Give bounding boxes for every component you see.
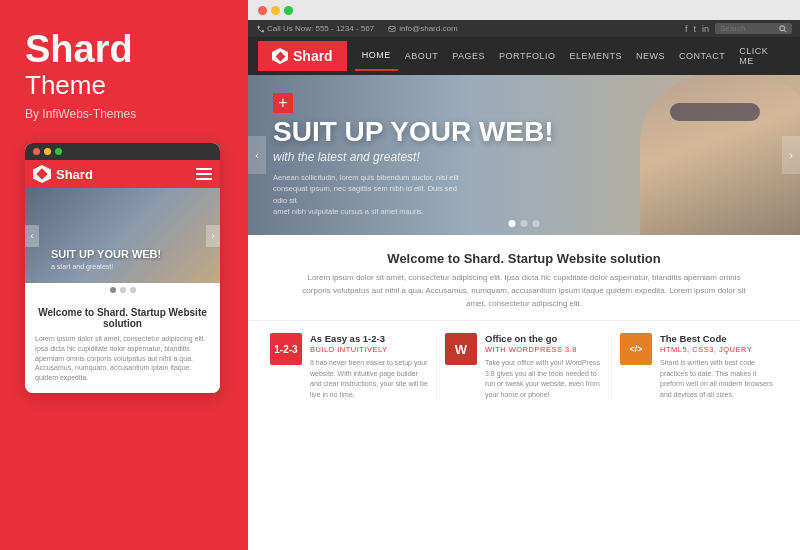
mobile-welcome-text: Lorem ipsum dolor sit amet, consectetur …: [35, 334, 210, 383]
feature-subtitle-2: HTML5, CSS3, JQUERY: [660, 345, 778, 354]
feature-icon-symbol-0: 1-2-3: [274, 344, 297, 355]
logo-diamond: [36, 168, 47, 179]
nav-portfolio[interactable]: PORTFOLIO: [492, 42, 562, 70]
nav-clickme[interactable]: CLICK ME: [732, 37, 790, 75]
feature-desc-2: Shard is written with best code practice…: [660, 358, 778, 400]
site-navigation: Shard HOME ABOUT PAGES PORTFOLIO ELEMENT…: [248, 37, 800, 75]
brand-author: By InfiWebs-Themes: [25, 107, 223, 121]
hero-desc-3: amet nibh vulputate cursus a sit amet ma…: [273, 207, 424, 216]
browser-dot-red: [258, 6, 267, 15]
mobile-dot-red: [33, 148, 40, 155]
facebook-icon[interactable]: f: [685, 24, 688, 34]
linkedin-icon[interactable]: in: [702, 24, 709, 34]
feature-text-2: The Best Code HTML5, CSS3, JQUERY Shard …: [660, 333, 778, 400]
email-icon: [388, 25, 396, 33]
nav-pages[interactable]: PAGES: [445, 42, 492, 70]
feature-text-1: Office on the go WITH WORDPRESS 3.8 Take…: [485, 333, 603, 400]
svg-rect-0: [389, 26, 395, 31]
feature-icon-symbol-1: W: [455, 342, 467, 357]
mobile-logo: Shard: [33, 165, 93, 183]
mobile-dot-green: [55, 148, 62, 155]
mobile-top-bar: [25, 143, 220, 160]
hero-subtitle: with the latest and greatest!: [273, 150, 554, 164]
social-links: f t in: [685, 23, 792, 34]
hero-desc-1: Aenean sollicitudin, lorem quis bibendum…: [273, 173, 459, 182]
nav-home[interactable]: HOME: [355, 41, 398, 71]
hero-next-arrow[interactable]: ›: [782, 136, 800, 174]
mobile-hero: ‹ SUIT UP YOUR WEB! a start and greatest…: [25, 188, 220, 283]
welcome-section: Welcome to Shard. Startup Website soluti…: [248, 235, 800, 320]
nav-contact[interactable]: CONTACT: [672, 42, 732, 70]
nav-news[interactable]: NEWS: [629, 42, 672, 70]
brand-subtitle: Theme: [25, 70, 223, 101]
site-hero: ‹ + SUIT UP YOUR WEB! with the latest an…: [248, 75, 800, 235]
hero-plus-icon: +: [273, 93, 293, 113]
feature-title-1: Office on the go: [485, 333, 603, 344]
email-info: info@shard.com: [388, 24, 457, 33]
feature-subtitle-0: BUILD INTUITIVELY: [310, 345, 428, 354]
feature-icon-2: </>: [620, 333, 652, 365]
brand-name: Shard: [25, 30, 223, 68]
site-logo-icon: [272, 48, 288, 64]
hero-description: Aenean sollicitudin, lorem quis bibendum…: [273, 172, 473, 217]
search-input[interactable]: [720, 24, 775, 33]
hero-image: [600, 75, 800, 235]
hamburger-icon[interactable]: [196, 168, 212, 180]
svg-point-1: [780, 25, 785, 30]
email-text: info@shard.com: [399, 24, 457, 33]
top-bar-info: Call Us Now: 555 - 1234 - 567 info@shard…: [256, 24, 458, 33]
hero-title: SUIT UP YOUR WEB!: [273, 118, 554, 146]
mobile-dot-2[interactable]: [120, 287, 126, 293]
mobile-welcome-title: Welcome to Shard. Startup Website soluti…: [35, 307, 210, 329]
mobile-hero-title: SUIT UP YOUR WEB!: [51, 248, 161, 261]
browser-chrome: [248, 0, 800, 20]
hero-prev-arrow[interactable]: ‹: [248, 136, 266, 174]
welcome-text: Lorem ipsum dolor sit amet, consectetur …: [294, 272, 754, 310]
svg-line-2: [784, 30, 786, 32]
search-icon: [779, 25, 787, 33]
right-panel: Call Us Now: 555 - 1234 - 567 info@shard…: [248, 0, 800, 550]
feature-icon-symbol-2: </>: [629, 344, 642, 354]
mobile-logo-text: Shard: [56, 167, 93, 182]
features-section: 1-2-3 As Easy as 1-2-3 BUILD INTUITIVELY…: [248, 320, 800, 412]
browser-dot-green: [284, 6, 293, 15]
mobile-dot-yellow: [44, 148, 51, 155]
feature-title-2: The Best Code: [660, 333, 778, 344]
mobile-dot-1[interactable]: [110, 287, 116, 293]
browser-window-controls: [258, 6, 790, 15]
feature-text-0: As Easy as 1-2-3 BUILD INTUITIVELY It ha…: [310, 333, 428, 400]
feature-card-0: 1-2-3 As Easy as 1-2-3 BUILD INTUITIVELY…: [262, 333, 437, 400]
phone-icon: [256, 25, 264, 33]
site-logo: Shard: [258, 41, 347, 71]
twitter-icon[interactable]: t: [693, 24, 696, 34]
browser-dot-yellow: [271, 6, 280, 15]
mobile-nav: Shard: [25, 160, 220, 188]
feature-desc-0: It has never been easier to setup your w…: [310, 358, 428, 400]
feature-icon-0: 1-2-3: [270, 333, 302, 365]
mobile-content: Welcome to Shard. Startup Website soluti…: [25, 297, 220, 393]
mobile-prev-arrow[interactable]: ‹: [25, 225, 39, 247]
welcome-title: Welcome to Shard. Startup Website soluti…: [268, 251, 780, 266]
feature-icon-1: W: [445, 333, 477, 365]
mobile-logo-icon: [33, 165, 51, 183]
feature-subtitle-1: WITH WORDPRESS 3.8: [485, 345, 603, 354]
site-logo-text: Shard: [293, 48, 333, 64]
mobile-hero-subtitle: a start and greatest!: [51, 263, 161, 270]
mobile-next-arrow[interactable]: ›: [206, 225, 220, 247]
phone-info: Call Us Now: 555 - 1234 - 567: [256, 24, 374, 33]
site-logo-diamond: [275, 51, 285, 61]
nav-about[interactable]: ABOUT: [398, 42, 446, 70]
search-form[interactable]: [715, 23, 792, 34]
hero-content: + SUIT UP YOUR WEB! with the latest and …: [248, 78, 579, 232]
nav-elements[interactable]: ELEMENTS: [562, 42, 629, 70]
feature-card-2: </> The Best Code HTML5, CSS3, JQUERY Sh…: [612, 333, 786, 400]
feature-card-1: W Office on the go WITH WORDPRESS 3.8 Ta…: [437, 333, 612, 400]
mobile-dot-3[interactable]: [130, 287, 136, 293]
feature-desc-1: Take your office with you! WordPress 3.8…: [485, 358, 603, 400]
feature-title-0: As Easy as 1-2-3: [310, 333, 428, 344]
hero-desc-2: consequat ipsum, nec sagittis sem nibh i…: [273, 184, 457, 204]
nav-links: HOME ABOUT PAGES PORTFOLIO ELEMENTS NEWS…: [355, 37, 790, 75]
phone-text: Call Us Now: 555 - 1234 - 567: [267, 24, 374, 33]
mobile-slider-dots: [25, 283, 220, 297]
mobile-mockup: Shard ‹ SUIT UP YOUR WEB! a start and gr…: [25, 143, 220, 393]
